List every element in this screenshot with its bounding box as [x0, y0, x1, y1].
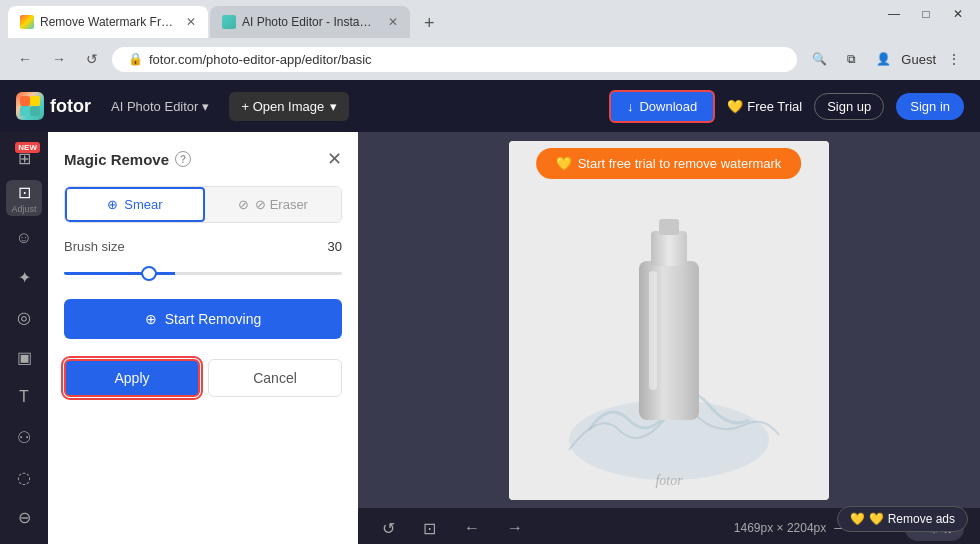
- free-trial-label: Free Trial: [747, 99, 802, 114]
- tab-close-2[interactable]: ✕: [388, 15, 398, 29]
- remove-ads-button[interactable]: 💛 💛 Remove ads: [837, 506, 968, 532]
- crop-icon: ⊡: [423, 520, 436, 537]
- download-icon: ↓: [627, 99, 634, 114]
- profile-button[interactable]: 👤: [869, 49, 897, 69]
- effects-icon: ✦: [18, 269, 31, 287]
- free-trial-button[interactable]: 💛 Free Trial: [727, 99, 802, 114]
- start-removing-button[interactable]: ⊕ Start Removing: [64, 299, 342, 339]
- left-sidebar: ⊞ NEW ⊡ Adjust ☺ ✦ ◎ ▣ T ⚇ ◌ ⊖: [0, 132, 48, 544]
- open-image-button[interactable]: + Open Image ▾: [229, 92, 349, 121]
- refresh-button[interactable]: ↺: [80, 47, 104, 71]
- split-view-button[interactable]: ⧉: [837, 49, 865, 69]
- cancel-button[interactable]: Cancel: [208, 359, 342, 397]
- tab-instant-photo[interactable]: AI Photo Editor - Instant Photo E ✕: [210, 6, 410, 38]
- logo-text: fotor: [50, 96, 91, 117]
- address-bar: ← → ↺ 🔒 fotor.com/photo-editor-app/edito…: [0, 38, 980, 80]
- text-icon: T: [19, 388, 29, 406]
- eraser-icon: ⊘: [238, 197, 249, 212]
- back-button[interactable]: ←: [12, 47, 38, 71]
- undo-button[interactable]: ←: [456, 515, 488, 541]
- sidebar-item-adjust[interactable]: ⊡ Adjust: [6, 180, 42, 216]
- rotate-button[interactable]: ↺: [374, 515, 403, 542]
- info-icon[interactable]: ?: [175, 151, 191, 167]
- sidebar-item-person[interactable]: ☺: [6, 220, 42, 256]
- smear-icon: ⊕: [107, 197, 118, 212]
- signup-button[interactable]: Sign up: [814, 93, 884, 120]
- window-controls: — □ ✕: [880, 4, 972, 24]
- watermark-banner[interactable]: 💛 Start free trial to remove watermark: [536, 148, 802, 179]
- new-tab-button[interactable]: +: [416, 9, 443, 38]
- brush-size-label: Brush size: [64, 239, 125, 254]
- crop-button[interactable]: ⊡: [415, 515, 444, 542]
- tab-remove-watermark[interactable]: Remove Watermark From Photo ✕: [8, 6, 208, 38]
- browser-chrome: Remove Watermark From Photo ✕ AI Photo E…: [0, 0, 980, 38]
- open-image-label: + Open Image: [241, 99, 324, 114]
- sidebar-item-text[interactable]: T: [6, 379, 42, 415]
- svg-rect-8: [659, 219, 679, 235]
- sidebar-item-eye[interactable]: ◎: [6, 299, 42, 335]
- smear-tool-button[interactable]: ⊕ Smear: [65, 187, 205, 222]
- redo-icon: →: [507, 519, 523, 536]
- image-size-text: 1469px × 2204px: [734, 521, 826, 535]
- panel-header: Magic Remove ? ✕: [64, 148, 342, 170]
- signup-label: Sign up: [827, 99, 871, 114]
- smear-label: Smear: [124, 197, 162, 212]
- browser-toolbar-right: 🔍 ⧉ 👤 Guest ⋮: [805, 49, 968, 69]
- minus-circle-icon: ⊖: [18, 508, 31, 527]
- open-image-chevron-icon: ▾: [330, 99, 337, 114]
- maximize-button[interactable]: □: [912, 4, 940, 24]
- tab-title-2: AI Photo Editor - Instant Photo E: [242, 15, 378, 29]
- svg-rect-9: [649, 271, 657, 390]
- action-row: Apply Cancel: [64, 359, 342, 397]
- remove-ads-label: 💛 Remove ads: [869, 512, 955, 526]
- address-input[interactable]: 🔒 fotor.com/photo-editor-app/editor/basi…: [112, 47, 797, 72]
- minimize-button[interactable]: —: [880, 4, 908, 24]
- search-button[interactable]: 🔍: [805, 49, 833, 69]
- new-badge: NEW: [15, 142, 40, 153]
- sidebar-item-minus[interactable]: ⊖: [6, 499, 42, 535]
- magic-remove-panel: Magic Remove ? ✕ ⊕ Smear ⊘ ⊘ Eraser Brus…: [48, 132, 358, 544]
- sidebar-item-grid[interactable]: ⊞ NEW: [6, 140, 42, 176]
- menu-button[interactable]: ⋮: [940, 49, 968, 69]
- tab-bar: Remove Watermark From Photo ✕ AI Photo E…: [0, 0, 980, 38]
- ai-editor-button[interactable]: AI Photo Editor ▾: [103, 95, 217, 118]
- sidebar-item-sticker[interactable]: ◌: [6, 459, 42, 495]
- forward-button[interactable]: →: [46, 47, 72, 71]
- logo-icon: [16, 92, 44, 120]
- profile-label: Guest: [901, 52, 936, 67]
- svg-rect-2: [20, 106, 30, 116]
- canvas-area: 💛 Start free trial to remove watermark: [358, 132, 980, 544]
- person-icon: ☺: [16, 229, 32, 247]
- download-label: Download: [639, 99, 697, 114]
- download-button[interactable]: ↓ Download: [609, 90, 715, 123]
- lock-icon: 🔒: [128, 52, 143, 66]
- eye-icon: ◎: [17, 308, 31, 327]
- panel-title: Magic Remove ?: [64, 151, 191, 168]
- address-text: fotor.com/photo-editor-app/editor/basic: [149, 52, 372, 67]
- apply-button[interactable]: Apply: [64, 359, 200, 397]
- people-icon: ⚇: [17, 428, 31, 447]
- fotor-logo[interactable]: fotor: [16, 92, 91, 120]
- ai-editor-chevron-icon: ▾: [202, 99, 209, 114]
- brush-size-row: Brush size 30: [64, 239, 342, 254]
- svg-rect-3: [30, 106, 40, 116]
- sidebar-item-adjust-label: Adjust: [11, 204, 36, 214]
- tab-favicon-2: [222, 15, 236, 29]
- eraser-tool-button[interactable]: ⊘ ⊘ Eraser: [205, 187, 341, 222]
- tab-title-1: Remove Watermark From Photo: [40, 15, 176, 29]
- start-removing-label: Start Removing: [165, 311, 261, 327]
- panel-close-button[interactable]: ✕: [327, 148, 342, 170]
- svg-text:fotor: fotor: [655, 473, 683, 488]
- sidebar-item-effects[interactable]: ✦: [6, 260, 42, 295]
- redo-button[interactable]: →: [499, 515, 531, 541]
- close-window-button[interactable]: ✕: [944, 4, 972, 24]
- adjust-icon: ⊡: [18, 183, 31, 202]
- sidebar-item-people[interactable]: ⚇: [6, 419, 42, 455]
- tab-close-1[interactable]: ✕: [186, 15, 196, 29]
- slider-container: [64, 262, 342, 279]
- sidebar-item-frame[interactable]: ▣: [6, 339, 42, 375]
- remove-ads-heart-icon: 💛: [850, 512, 865, 526]
- product-svg: fotor: [509, 141, 829, 500]
- brush-size-slider[interactable]: [64, 272, 342, 275]
- signin-button[interactable]: Sign in: [896, 93, 964, 120]
